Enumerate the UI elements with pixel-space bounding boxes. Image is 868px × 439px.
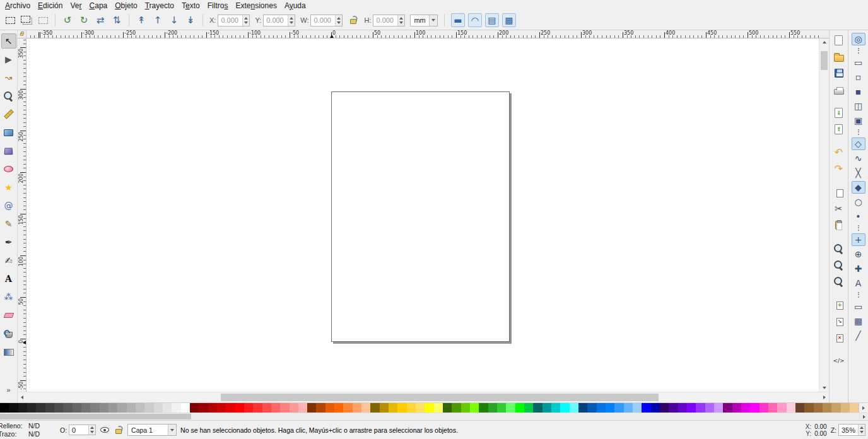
palette-swatch[interactable]: [54, 403, 63, 413]
snap-cusp-nodes-toggle[interactable]: ◆: [852, 181, 865, 194]
palette-swatch[interactable]: [136, 403, 144, 413]
fill-stroke-indicator[interactable]: Relleno: N/D Trazo: N/D: [0, 422, 56, 438]
duplicate-button[interactable]: +: [831, 297, 847, 312]
open-document-button[interactable]: [831, 49, 847, 64]
measure-tool[interactable]: [1, 107, 16, 122]
palette-swatch[interactable]: [795, 403, 804, 413]
menu-objeto[interactable]: Objeto: [111, 1, 141, 11]
raise-to-top-button[interactable]: ↟: [134, 13, 149, 28]
palette-swatch[interactable]: [732, 403, 741, 413]
canvas[interactable]: [26, 38, 819, 392]
zoom-page-button[interactable]: [831, 274, 847, 289]
paste-button[interactable]: [831, 218, 847, 233]
palette-swatch[interactable]: [271, 403, 280, 413]
palette-swatch[interactable]: [723, 403, 732, 413]
horizontal-ruler[interactable]: -350-300-250-200-150-100-500501001502002…: [26, 30, 819, 38]
scroll-right-arrow[interactable]: [823, 395, 826, 399]
palette-swatch[interactable]: [524, 403, 533, 413]
palette-swatch[interactable]: [578, 403, 587, 413]
snap-grid-toggle[interactable]: ▦: [852, 315, 865, 327]
palette-scrollbar[interactable]: [0, 413, 868, 420]
snap-smooth-nodes-toggle[interactable]: ○: [852, 196, 865, 208]
palette-swatch[interactable]: [669, 403, 677, 413]
palette-swatch[interactable]: [606, 403, 614, 413]
palette-swatch[interactable]: [488, 403, 497, 413]
vertical-scrollbar[interactable]: [819, 38, 829, 392]
palette-swatch[interactable]: [280, 403, 289, 413]
palette-swatch[interactable]: [262, 403, 271, 413]
palette-swatch[interactable]: [787, 403, 795, 413]
palette-swatch[interactable]: [326, 403, 334, 413]
palette-swatch[interactable]: [81, 403, 90, 413]
save-document-button[interactable]: [831, 66, 847, 81]
snap-object-centers-toggle[interactable]: ⊕: [852, 248, 865, 260]
palette-swatch[interactable]: [831, 403, 840, 413]
palette-swatch[interactable]: [515, 403, 524, 413]
palette-arrow-button[interactable]: [859, 413, 868, 420]
palette-swatch[interactable]: [90, 403, 99, 413]
zoom-input[interactable]: 35%: [838, 424, 865, 436]
palette-swatch[interactable]: [678, 403, 687, 413]
bucket-tool[interactable]: [1, 326, 16, 341]
palette-swatch[interactable]: [768, 403, 777, 413]
palette-scroll-right-button[interactable]: [859, 403, 868, 413]
zoom-drawing-button[interactable]: [831, 257, 847, 272]
copy-button[interactable]: [831, 185, 847, 200]
palette-swatch[interactable]: [570, 403, 578, 413]
palette-swatch[interactable]: [624, 403, 633, 413]
palette-swatch[interactable]: [642, 403, 650, 413]
palette-swatch[interactable]: [343, 403, 352, 413]
snap-others-toggle[interactable]: +: [852, 233, 865, 246]
box3d-tool[interactable]: [1, 143, 16, 158]
palette-swatch[interactable]: [705, 403, 714, 413]
palette-swatch[interactable]: [235, 403, 244, 413]
snap-midpoints-toggle[interactable]: •: [852, 210, 865, 223]
palette-swatch[interactable]: [316, 403, 325, 413]
y-field[interactable]: 0.000: [263, 15, 295, 26]
star-tool[interactable]: ★: [1, 180, 16, 195]
create-clone-button[interactable]: ↘: [831, 313, 847, 329]
vertical-ruler[interactable]: 350300250200150100500-50: [18, 38, 26, 392]
opacity-input[interactable]: 0: [69, 424, 96, 435]
y-field-spinner[interactable]: [288, 15, 295, 26]
xml-editor-button[interactable]: </>: [831, 353, 847, 368]
palette-swatch[interactable]: [614, 403, 623, 413]
scroll-left-arrow[interactable]: [21, 395, 23, 399]
new-document-button[interactable]: [831, 33, 847, 48]
palette-swatch[interactable]: [425, 403, 433, 413]
palette-swatch[interactable]: [597, 403, 606, 413]
palette-swatch[interactable]: [181, 403, 190, 413]
tool-overflow-button[interactable]: »: [6, 386, 10, 394]
ellipse-tool[interactable]: [1, 161, 16, 177]
palette-swatch[interactable]: [814, 403, 823, 413]
menu-extensiones[interactable]: Extensiones: [232, 1, 280, 11]
palette-swatch[interactable]: [307, 403, 316, 413]
opacity-spinner[interactable]: [88, 425, 95, 435]
import-button[interactable]: ⇓: [831, 105, 847, 120]
select-all-layers-button[interactable]: [19, 13, 34, 28]
horizontal-scroll-thumb[interactable]: [221, 394, 659, 401]
palette-swatch[interactable]: [660, 403, 669, 413]
rotate-cw-button[interactable]: ↻: [76, 13, 91, 28]
palette-swatch[interactable]: [361, 403, 370, 413]
palette-swatch[interactable]: [470, 403, 479, 413]
scroll-down-arrow[interactable]: [823, 387, 826, 389]
undo-button[interactable]: ↶: [831, 145, 847, 160]
menu-texto[interactable]: Texto: [178, 1, 204, 11]
palette-swatch[interactable]: [651, 403, 660, 413]
palette-swatch[interactable]: [560, 403, 569, 413]
snap-rotation-centers-toggle[interactable]: ✚: [852, 262, 865, 275]
palette-swatch[interactable]: [696, 403, 705, 413]
palette-swatch[interactable]: [199, 403, 208, 413]
transform-stroke-toggle[interactable]: ▬: [451, 13, 465, 27]
palette-swatch[interactable]: [334, 403, 343, 413]
palette-swatch[interactable]: [226, 403, 235, 413]
palette-swatch[interactable]: [452, 403, 460, 413]
x-field-spinner[interactable]: [242, 15, 249, 26]
snap-nodes-toggle[interactable]: ◇: [852, 138, 865, 150]
selector-tool[interactable]: ↖: [1, 33, 16, 49]
tweak-tool[interactable]: ↝: [1, 70, 16, 85]
calligraphy-tool[interactable]: ✍: [1, 253, 16, 268]
palette-swatch[interactable]: [760, 403, 768, 413]
menu-capa[interactable]: Capa: [86, 1, 112, 11]
